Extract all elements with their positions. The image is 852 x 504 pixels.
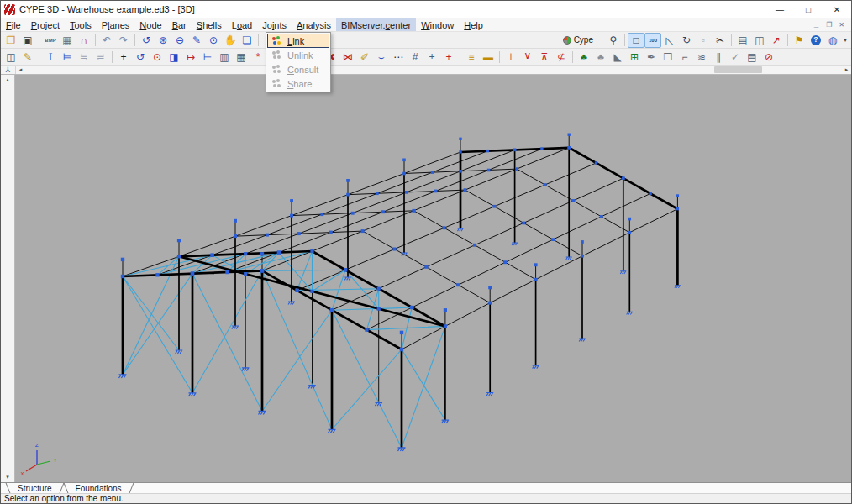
view-cut-icon[interactable]: ✂ bbox=[712, 33, 728, 48]
plans-manager-icon[interactable]: ◫ bbox=[3, 50, 19, 65]
move-tool-icon[interactable]: + bbox=[115, 50, 132, 65]
undo-icon[interactable]: ↶ bbox=[98, 33, 115, 48]
pan-view-icon[interactable]: ✋ bbox=[222, 33, 239, 48]
zoom-out-icon[interactable]: ⊖ bbox=[171, 33, 188, 48]
snap-magnet-icon[interactable]: ∩ bbox=[76, 33, 92, 48]
check-bars-icon[interactable]: ✓ bbox=[727, 50, 744, 65]
grid-view-icon[interactable]: ▦ bbox=[233, 50, 250, 65]
menu-item-link[interactable]: Link bbox=[267, 34, 329, 48]
bar-rotate-icon[interactable]: ⊙ bbox=[149, 50, 166, 65]
tab-structure[interactable]: Structure bbox=[6, 483, 64, 493]
drawing-area[interactable]: ZXY bbox=[15, 75, 851, 482]
support-pinned-icon[interactable]: ⊻ bbox=[519, 50, 536, 65]
error-check-icon[interactable]: ⊘ bbox=[760, 50, 777, 65]
menu-window[interactable]: Window bbox=[416, 18, 459, 31]
generate-structure-icon[interactable]: ♣ bbox=[576, 50, 592, 65]
print-config-icon[interactable]: ◫ bbox=[751, 33, 768, 48]
redraw-view-icon[interactable]: ✎ bbox=[188, 33, 205, 48]
structure-wireframe-3d[interactable]: ZXY bbox=[15, 75, 851, 484]
bim-flag-icon[interactable]: ⚑ bbox=[791, 33, 807, 48]
edit-structure-icon[interactable]: ♣ bbox=[592, 50, 609, 65]
snap-points-icon[interactable]: * bbox=[250, 50, 266, 65]
menu-bar[interactable]: Bar bbox=[167, 18, 192, 31]
child-close-button[interactable]: ✕ bbox=[839, 21, 844, 29]
help-button[interactable]: ? bbox=[807, 33, 824, 48]
bar-describe-icon[interactable]: ⊨ bbox=[59, 50, 76, 65]
view-rotation-icon[interactable]: ↻ bbox=[678, 33, 695, 48]
menu-bimserver-center[interactable]: BIMserver.center bbox=[336, 18, 416, 31]
rotate-copy-icon[interactable]: ↺ bbox=[132, 50, 149, 65]
mesh-tool-icon[interactable]: ≋ bbox=[693, 50, 710, 65]
stairs-tool-icon[interactable]: ≡ bbox=[463, 50, 480, 65]
scroll-up-arrow[interactable]: ▴ bbox=[6, 76, 9, 83]
menu-node[interactable]: Node bbox=[134, 18, 166, 31]
web-cype-button[interactable]: ◍ bbox=[824, 33, 841, 48]
horizontal-scroll-track[interactable] bbox=[25, 66, 842, 74]
add-area-icon[interactable]: ⊞ bbox=[626, 50, 643, 65]
zoom-window-icon[interactable]: ↺ bbox=[138, 33, 155, 48]
bar-symmetry-icon[interactable]: ◨ bbox=[166, 50, 182, 65]
menu-help[interactable]: Help bbox=[459, 18, 488, 31]
save-project-icon[interactable]: ▣ bbox=[19, 33, 36, 48]
support-elastic-icon[interactable]: ⊼ bbox=[536, 50, 553, 65]
menu-project[interactable]: Project bbox=[26, 18, 65, 31]
menu-shells[interactable]: Shells bbox=[192, 18, 227, 31]
open-project-icon[interactable]: ❐ bbox=[3, 33, 19, 48]
arc-generate-icon[interactable]: ⌣ bbox=[373, 50, 390, 65]
export-report-icon[interactable]: ↗ bbox=[768, 33, 785, 48]
cype-home-button[interactable]: Cype bbox=[559, 34, 599, 46]
scroll-right-arrow[interactable]: ▸ bbox=[842, 66, 851, 74]
horizontal-scroll-thumb[interactable] bbox=[714, 66, 762, 73]
crane-tool-icon[interactable]: ⌐ bbox=[676, 50, 693, 65]
node-union-icon[interactable]: ⋈ bbox=[339, 50, 356, 65]
web-dropdown-arrow-icon[interactable]: ▾ bbox=[841, 33, 849, 48]
support-fixed-icon[interactable]: ⊥ bbox=[502, 50, 519, 65]
close-button[interactable]: ✕ bbox=[823, 1, 851, 18]
view-dimensions-icon[interactable]: 100 bbox=[644, 33, 661, 48]
orbit-view-icon[interactable]: ⊛ bbox=[155, 33, 171, 48]
mark-point-icon[interactable]: + bbox=[440, 50, 457, 65]
menu-planes[interactable]: Planes bbox=[97, 18, 135, 31]
dimension-frames-icon[interactable]: # bbox=[407, 50, 423, 65]
paint-properties-icon[interactable]: ✒ bbox=[643, 50, 660, 65]
view-angles-icon[interactable]: ◺ bbox=[661, 33, 678, 48]
export-bmp-icon[interactable]: BMP bbox=[42, 33, 59, 48]
menu-joints[interactable]: Joints bbox=[257, 18, 292, 31]
menu-file[interactable]: File bbox=[1, 18, 26, 31]
view-clipping-icon[interactable]: ▫ bbox=[695, 33, 712, 48]
export-dxf-icon[interactable]: ▦ bbox=[59, 33, 76, 48]
menu-load[interactable]: Load bbox=[227, 18, 258, 31]
dimension-height-icon[interactable]: ± bbox=[423, 50, 440, 65]
bar-adjust-icon[interactable]: ≒ bbox=[76, 50, 92, 65]
scroll-down-arrow[interactable]: ▾ bbox=[6, 474, 9, 480]
tab-foundations[interactable]: Foundations bbox=[64, 483, 134, 493]
bar-extend-icon[interactable]: ↦ bbox=[182, 50, 199, 65]
profile-tool-icon[interactable]: ∥ bbox=[710, 50, 727, 65]
minimize-button[interactable]: — bbox=[765, 1, 794, 18]
maximize-button[interactable]: □ bbox=[794, 1, 823, 18]
scroll-left-arrow[interactable]: ◂ bbox=[16, 66, 25, 74]
intermediate-points-icon[interactable]: ⋯ bbox=[390, 50, 407, 65]
zoom-area-icon[interactable]: ⊙ bbox=[205, 33, 222, 48]
search-icon[interactable]: ⚲ bbox=[605, 33, 622, 48]
menu-tools[interactable]: Tools bbox=[65, 18, 97, 31]
dimension-icon[interactable]: ⊢ bbox=[199, 50, 216, 65]
delete-structure-icon[interactable]: ◣ bbox=[609, 50, 626, 65]
child-restore-button[interactable]: ❐ bbox=[826, 21, 832, 29]
view-wireframe-icon[interactable]: □ bbox=[628, 33, 644, 48]
support-delete-icon[interactable]: ⊈ bbox=[553, 50, 570, 65]
edit-plans-icon[interactable]: ✎ bbox=[19, 50, 36, 65]
child-minimize-button[interactable]: ＿ bbox=[813, 20, 819, 29]
sketch-mode-icon[interactable]: ✐ bbox=[356, 50, 373, 65]
redo-icon[interactable]: ↷ bbox=[115, 33, 132, 48]
section-view-icon[interactable]: ▥ bbox=[216, 50, 233, 65]
bar-new-icon[interactable]: ⊺ bbox=[42, 50, 59, 65]
print-icon[interactable]: ▤ bbox=[734, 33, 751, 48]
menu-analysis[interactable]: Analysis bbox=[292, 18, 336, 31]
link-bars-icon[interactable]: ❒ bbox=[660, 50, 676, 65]
roller-tool-icon[interactable]: ▬ bbox=[480, 50, 497, 65]
results-table-icon[interactable]: ▤ bbox=[744, 50, 760, 65]
bar-group-icon[interactable]: ≓ bbox=[92, 50, 109, 65]
axis-corner-button[interactable]: ⅄ bbox=[1, 66, 16, 74]
node-markers[interactable] bbox=[121, 134, 679, 352]
